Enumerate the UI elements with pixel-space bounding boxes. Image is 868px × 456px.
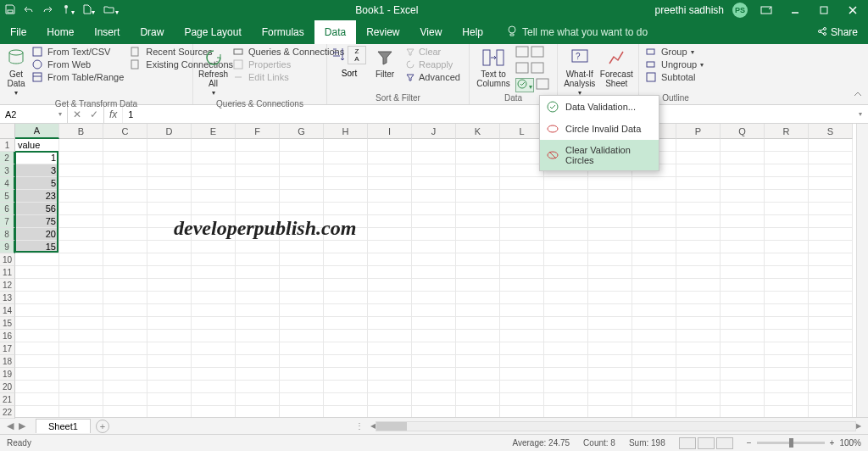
cell-C14[interactable]	[103, 304, 147, 317]
cell-E13[interactable]	[192, 292, 236, 304]
sheet-tab-1[interactable]: Sheet1	[36, 419, 91, 433]
cell-B18[interactable]	[59, 355, 103, 368]
cell-I18[interactable]	[368, 355, 412, 368]
row-header-1[interactable]: 1	[0, 139, 15, 152]
cell-C17[interactable]	[103, 342, 147, 355]
cell-J12[interactable]	[412, 279, 456, 292]
tab-data[interactable]: Data	[314, 20, 356, 44]
cell-E9[interactable]	[192, 241, 236, 253]
cell-I17[interactable]	[368, 342, 412, 355]
cell-E2[interactable]	[192, 152, 236, 164]
cell-E16[interactable]	[192, 330, 236, 342]
cell-B15[interactable]	[59, 317, 103, 330]
cell-S6[interactable]	[809, 203, 853, 215]
cell-P6[interactable]	[676, 203, 721, 215]
cell-F21[interactable]	[236, 393, 280, 406]
cell-Q15[interactable]	[721, 317, 765, 330]
view-page-layout-icon[interactable]	[698, 437, 715, 449]
cell-Q2[interactable]	[721, 152, 765, 164]
cell-H2[interactable]	[324, 152, 368, 164]
cell-I5[interactable]	[368, 190, 412, 203]
undo-icon[interactable]	[24, 4, 34, 17]
forecast-sheet-button[interactable]: Forecast Sheet	[600, 46, 634, 90]
cell-S4[interactable]	[809, 177, 853, 190]
cell-P3[interactable]	[676, 164, 721, 177]
cell-D20[interactable]	[147, 381, 192, 393]
cell-N9[interactable]	[588, 241, 632, 253]
cell-F1[interactable]	[236, 139, 280, 152]
column-header-D[interactable]: D	[147, 124, 192, 139]
cell-F22[interactable]	[236, 406, 280, 417]
cell-E21[interactable]	[192, 393, 236, 406]
cell-D6[interactable]	[147, 203, 192, 215]
cell-R18[interactable]	[765, 355, 809, 368]
new-file-icon[interactable]: ▾	[83, 4, 95, 17]
cell-C7[interactable]	[103, 215, 147, 228]
cell-P1[interactable]	[676, 139, 721, 152]
cell-S19[interactable]	[809, 368, 853, 381]
cell-S13[interactable]	[809, 292, 853, 304]
cell-K3[interactable]	[456, 164, 500, 177]
cell-H18[interactable]	[324, 355, 368, 368]
cell-M14[interactable]	[544, 304, 588, 317]
cell-M21[interactable]	[544, 393, 588, 406]
cell-J20[interactable]	[412, 381, 456, 393]
row-header-6[interactable]: 6	[0, 203, 15, 215]
cell-L15[interactable]	[500, 317, 544, 330]
cell-J15[interactable]	[412, 317, 456, 330]
cell-H16[interactable]	[324, 330, 368, 342]
what-if-button[interactable]: ? What-If Analysis ▾	[563, 46, 597, 99]
cell-O12[interactable]	[632, 279, 676, 292]
cell-F20[interactable]	[236, 381, 280, 393]
cell-J1[interactable]	[412, 139, 456, 152]
maximize-icon[interactable]	[814, 2, 834, 19]
cell-G3[interactable]	[280, 164, 324, 177]
cell-G5[interactable]	[280, 190, 324, 203]
cell-G9[interactable]	[280, 241, 324, 253]
cell-G22[interactable]	[280, 406, 324, 417]
cell-D21[interactable]	[147, 393, 192, 406]
row-header-18[interactable]: 18	[0, 355, 15, 368]
cell-N12[interactable]	[588, 279, 632, 292]
cell-J5[interactable]	[412, 190, 456, 203]
cell-L11[interactable]	[500, 266, 544, 279]
cell-G21[interactable]	[280, 393, 324, 406]
touch-mode-icon[interactable]: ▾	[61, 4, 75, 17]
cell-O10[interactable]	[632, 253, 676, 266]
cell-F4[interactable]	[236, 177, 280, 190]
cell-L12[interactable]	[500, 279, 544, 292]
cell-J21[interactable]	[412, 393, 456, 406]
cell-A21[interactable]	[15, 393, 59, 406]
cell-J19[interactable]	[412, 368, 456, 381]
cell-D1[interactable]	[147, 139, 192, 152]
cell-N4[interactable]	[588, 177, 632, 190]
tab-file[interactable]: File	[0, 20, 36, 44]
cell-J11[interactable]	[412, 266, 456, 279]
cell-M17[interactable]	[544, 342, 588, 355]
cell-P22[interactable]	[676, 406, 721, 417]
cell-L9[interactable]	[500, 241, 544, 253]
cell-K20[interactable]	[456, 381, 500, 393]
cell-H13[interactable]	[324, 292, 368, 304]
zoom-out-icon[interactable]: −	[747, 438, 752, 448]
cell-O13[interactable]	[632, 292, 676, 304]
cell-R15[interactable]	[765, 317, 809, 330]
cell-B3[interactable]	[59, 164, 103, 177]
cell-C11[interactable]	[103, 266, 147, 279]
cell-H10[interactable]	[324, 253, 368, 266]
cell-H19[interactable]	[324, 368, 368, 381]
remove-duplicates-icon[interactable]	[515, 62, 529, 76]
tell-me-search[interactable]: Tell me what you want to do	[507, 20, 648, 44]
cell-L3[interactable]	[500, 164, 544, 177]
cell-A14[interactable]	[15, 304, 59, 317]
cell-B4[interactable]	[59, 177, 103, 190]
cell-R9[interactable]	[765, 241, 809, 253]
cell-O20[interactable]	[632, 381, 676, 393]
cell-A7[interactable]: 75	[15, 215, 59, 228]
cell-B5[interactable]	[59, 190, 103, 203]
tab-insert[interactable]: Insert	[84, 20, 130, 44]
cell-O4[interactable]	[632, 177, 676, 190]
row-header-17[interactable]: 17	[0, 342, 15, 355]
text-to-columns-button[interactable]: Text to Columns	[475, 46, 512, 90]
subtotal-button[interactable]: Subtotal	[644, 71, 705, 83]
